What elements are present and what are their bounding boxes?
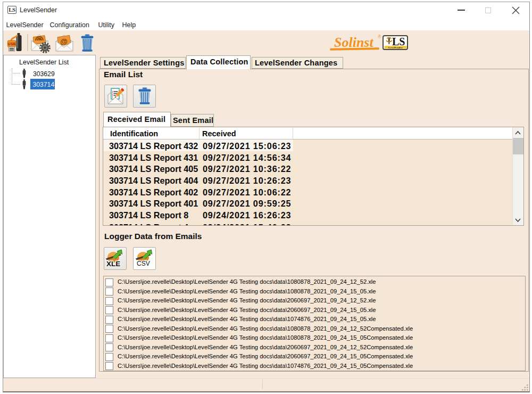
svg-text:LevelSender: LevelSender: [388, 46, 402, 49]
svg-text:XLE: XLE: [106, 260, 120, 268]
svg-text:CSV: CSV: [137, 260, 150, 267]
svg-text:@: @: [60, 37, 68, 46]
svg-text:USB: USB: [8, 42, 16, 46]
